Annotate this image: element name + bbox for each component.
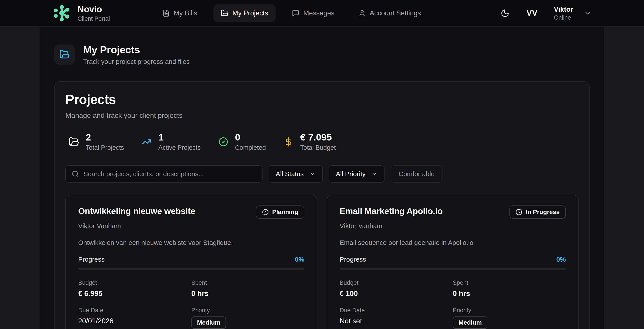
spent-detail: Spent 0 hrs: [453, 280, 566, 298]
spent-label: Spent: [192, 280, 304, 286]
stat-active-projects: 1 Active Projects: [141, 132, 201, 151]
status-badge-label: In Progress: [526, 208, 560, 216]
priority-detail: Priority Medium: [192, 307, 304, 329]
stat-total-budget: € 7.095 Total Budget: [283, 132, 336, 151]
progress-value: 0%: [295, 256, 304, 263]
chevron-down-icon: [310, 171, 316, 177]
message-square-icon: [292, 10, 299, 17]
user-menu[interactable]: Viktor Online: [554, 6, 591, 21]
user-name: Viktor: [554, 6, 573, 14]
project-client: Viktor Vanham: [78, 222, 304, 230]
chevron-down-icon: [371, 171, 378, 177]
priority-detail: Priority Medium: [453, 307, 566, 329]
due-date-detail: Due Date 20/01/2026: [78, 307, 192, 329]
budget-value: € 100: [340, 289, 453, 298]
project-description: Ontwikkelen van een nieuwe webiste voor …: [78, 239, 304, 246]
budget-value: € 6.995: [78, 289, 192, 298]
priority-badge: Medium: [453, 316, 488, 329]
stat-label: Total Budget: [300, 144, 336, 151]
due-date-label: Due Date: [78, 307, 192, 314]
due-date-value: 20/01/2026: [78, 317, 192, 325]
top-navbar: Novio Client Portal My Bills My Projects: [0, 0, 644, 27]
panel-title: Projects: [66, 92, 578, 107]
due-date-value: Not set: [340, 317, 453, 325]
brand-subtitle: Client Portal: [78, 16, 110, 22]
budget-detail: Budget € 6.995: [78, 280, 192, 298]
page-header-tile: [54, 44, 75, 65]
search-icon: [72, 170, 79, 178]
status-filter-value: All Status: [276, 170, 304, 178]
nav-item-my-bills[interactable]: My Bills: [155, 4, 205, 22]
clock-icon: [516, 209, 522, 215]
content-area: My Projects Track your project progress …: [40, 27, 604, 329]
dark-mode-toggle[interactable]: [500, 8, 510, 18]
nav-item-messages[interactable]: Messages: [284, 4, 342, 22]
novio-logo-icon: [53, 4, 72, 23]
search-input[interactable]: [66, 166, 262, 182]
file-text-icon: [162, 10, 170, 17]
priority-badge: Medium: [192, 316, 226, 329]
project-title: Email Marketing Apollo.io: [340, 206, 443, 216]
density-label: Comfortable: [399, 170, 434, 178]
page-subtitle: Track your project progress and files: [83, 58, 190, 66]
nav-label: Account Settings: [370, 9, 421, 17]
density-toggle-button[interactable]: Comfortable: [391, 166, 442, 182]
alert-circle-icon: [262, 209, 269, 215]
project-card: Email Marketing Apollo.io In Progress Vi…: [327, 195, 578, 329]
user-icon: [358, 10, 366, 17]
progress-value: 0%: [556, 256, 566, 263]
budget-label: Budget: [340, 280, 453, 286]
projects-grid: Ontwikkeling nieuwe website Planning Vik…: [66, 195, 578, 329]
folder-open-icon: [221, 10, 228, 17]
filters-row: All Status All Priority Comfortable: [66, 166, 578, 182]
project-title: Ontwikkeling nieuwe website: [78, 206, 195, 216]
chevron-down-icon: [584, 10, 591, 17]
avatar-initials[interactable]: VV: [526, 8, 538, 18]
spent-value: 0 hrs: [453, 289, 566, 298]
stat-label: Completed: [235, 144, 266, 151]
panel-subtitle: Manage and track your client projects: [66, 112, 578, 120]
priority-label: Priority: [192, 307, 304, 314]
folder-open-icon: [68, 136, 80, 147]
moon-icon: [500, 9, 510, 18]
status-filter-select[interactable]: All Status: [269, 166, 323, 182]
project-card: Ontwikkeling nieuwe website Planning Vik…: [66, 195, 317, 329]
navbar-right: VV Viktor Online: [500, 6, 591, 21]
stat-value: 1: [158, 132, 201, 142]
stat-label: Total Projects: [86, 144, 124, 151]
page-title: My Projects: [83, 44, 190, 56]
progress-bar: [78, 268, 304, 270]
folder-open-icon: [60, 50, 70, 60]
nav-label: Messages: [303, 9, 334, 17]
progress-label: Progress: [78, 256, 104, 263]
trending-up-icon: [141, 136, 152, 147]
stats-row: 2 Total Projects 1 Active Projects: [66, 132, 578, 151]
brand-name: Novio: [78, 4, 110, 14]
progress-bar: [340, 268, 566, 270]
priority-label: Priority: [453, 307, 566, 314]
dollar-sign-icon: [283, 136, 294, 147]
stat-value: 0: [235, 132, 266, 142]
priority-filter-select[interactable]: All Priority: [329, 166, 384, 182]
spent-value: 0 hrs: [192, 289, 304, 298]
nav-item-account-settings[interactable]: Account Settings: [351, 4, 428, 22]
nav-item-my-projects[interactable]: My Projects: [214, 4, 276, 22]
spent-detail: Spent 0 hrs: [192, 280, 304, 298]
nav-label: My Projects: [232, 9, 268, 17]
project-description: Email sequence oor lead geenatie in Apol…: [340, 239, 566, 246]
project-client: Viktor Vanham: [340, 222, 566, 230]
main-nav: My Bills My Projects Messages: [155, 4, 428, 22]
user-status: Online: [554, 14, 573, 21]
priority-filter-value: All Priority: [336, 170, 366, 178]
stat-label: Active Projects: [158, 144, 201, 151]
progress-label: Progress: [340, 256, 366, 263]
budget-detail: Budget € 100: [340, 280, 453, 298]
status-badge-label: Planning: [272, 208, 298, 216]
budget-label: Budget: [78, 280, 192, 286]
spent-label: Spent: [453, 280, 566, 286]
status-badge: Planning: [256, 206, 304, 219]
stat-total-projects: 2 Total Projects: [68, 132, 124, 151]
due-date-label: Due Date: [340, 307, 453, 314]
brand[interactable]: Novio Client Portal: [53, 4, 110, 23]
search-box: [66, 166, 262, 182]
